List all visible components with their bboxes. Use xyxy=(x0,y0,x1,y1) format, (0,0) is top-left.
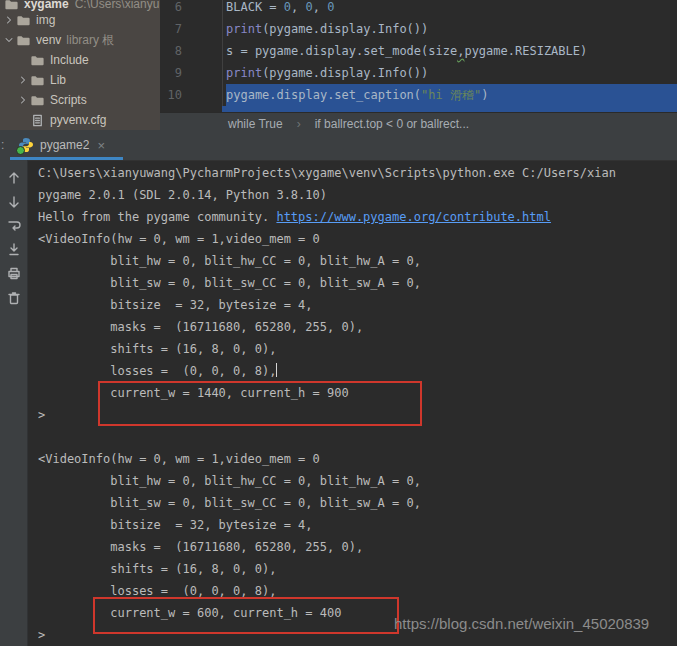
console-line: blit_sw = 0, blit_sw_CC = 0, blit_sw_A =… xyxy=(38,492,677,514)
print-icon[interactable] xyxy=(6,266,22,282)
line-number: 6 xyxy=(160,0,182,14)
code-line-6[interactable]: 6BLACK = 0, 0, 0 xyxy=(160,0,677,18)
code-text: print(pygame.display.Info()) xyxy=(226,18,428,40)
code-line-10[interactable]: 10pygame.display.set_caption("hi 滑稽") xyxy=(160,84,677,106)
line-number: 10 xyxy=(160,88,182,102)
line-number: 8 xyxy=(160,44,182,58)
console-line: C:\Users\xianyuwang\PycharmProjects\xyga… xyxy=(38,162,677,184)
up-arrow-icon[interactable] xyxy=(6,170,22,186)
sidebar-item-scripts[interactable]: Scripts xyxy=(0,90,160,110)
tree-spacer xyxy=(16,113,30,127)
tree-item-label: Scripts xyxy=(50,93,87,107)
breadcrumb-separator-icon: › xyxy=(297,117,301,131)
sidebar-item-venv[interactable]: venvlibrary 根 xyxy=(0,30,160,50)
tab-title: pygame2 xyxy=(40,138,89,152)
breadcrumb-item[interactable]: if ballrect.top < 0 or ballrect... xyxy=(315,117,469,131)
run-toolwindow-tabbar: : pygame2 × xyxy=(0,130,677,161)
console-line: <VideoInfo(hw = 0, wm = 1,video_mem = 0 xyxy=(38,228,677,250)
code-text: pygame.display.set_caption("hi 滑稽") xyxy=(226,84,488,106)
breadcrumb-item[interactable]: while True xyxy=(228,117,283,131)
console-line: bitsize = 32, bytesize = 4, xyxy=(38,514,677,536)
folder-icon xyxy=(16,32,32,48)
scroll-to-end-icon[interactable] xyxy=(6,242,22,258)
code-line-9[interactable]: 9print(pygame.display.Info()) xyxy=(160,62,677,84)
tree-item-label: Lib xyxy=(50,73,66,87)
tree-item-label: Include xyxy=(50,53,89,67)
tab-close-icon[interactable]: × xyxy=(97,138,105,153)
tree-item-label: img xyxy=(36,13,55,27)
console-line: losses = (0, 0, 0, 8), xyxy=(38,360,677,382)
console-line: losses = (0, 0, 0, 8), xyxy=(38,580,677,602)
console-link[interactable]: https://www.pygame.org/contribute.html xyxy=(276,210,551,224)
tree-item-suffix: library 根 xyxy=(66,32,114,49)
tree-spacer xyxy=(16,53,30,67)
chevron-right-icon[interactable] xyxy=(16,93,30,107)
project-tree-panel[interactable]: xygame C:\Users\xianyu imgvenvlibrary 根I… xyxy=(0,0,160,130)
console-toolbar xyxy=(0,160,28,646)
code-text: print(pygame.display.Info()) xyxy=(226,62,428,84)
clear-trash-icon[interactable] xyxy=(6,290,22,306)
console-line: masks = (16711680, 65280, 255, 0), xyxy=(38,316,677,338)
code-text: BLACK = 0, 0, 0 xyxy=(226,0,334,18)
console-line: blit_sw = 0, blit_sw_CC = 0, blit_sw_A =… xyxy=(38,272,677,294)
sidebar-item-img[interactable]: img xyxy=(0,10,160,30)
config-file-icon xyxy=(30,112,46,128)
code-line-8[interactable]: 8s = pygame.display.set_mode(size,pygame… xyxy=(160,40,677,62)
code-editor[interactable]: 6BLACK = 0, 0, 07print(pygame.display.In… xyxy=(160,0,677,112)
chevron-down-icon[interactable] xyxy=(2,33,16,47)
console-line: masks = (16711680, 65280, 255, 0), xyxy=(38,536,677,558)
console-line xyxy=(38,426,677,448)
console-line: blit_hw = 0, blit_hw_CC = 0, blit_hw_A =… xyxy=(38,470,677,492)
tab-pygame2[interactable]: pygame2 × xyxy=(12,130,111,160)
folder-icon xyxy=(30,92,46,108)
console-line: Hello from the pygame community. https:/… xyxy=(38,206,677,228)
console-line: pygame 2.0.1 (SDL 2.0.14, Python 3.8.10) xyxy=(38,184,677,206)
console-line: shifts = (16, 8, 0, 0), xyxy=(38,338,677,360)
chevron-right-icon[interactable] xyxy=(2,13,16,27)
python-run-icon xyxy=(18,137,34,153)
console-output[interactable]: C:\Users\xianyuwang\PycharmProjects\xyga… xyxy=(38,162,677,646)
folder-icon xyxy=(30,52,46,68)
line-number: 9 xyxy=(160,66,182,80)
tree-item-label: venv xyxy=(36,33,61,47)
folder-icon xyxy=(16,12,32,28)
console-line: > xyxy=(38,404,677,426)
console-line: shifts = (16, 8, 0, 0), xyxy=(38,558,677,580)
toolwindow-label-fragment: : xyxy=(1,138,4,152)
line-number: 7 xyxy=(160,22,182,36)
sidebar-item-include[interactable]: Include xyxy=(0,50,160,70)
console-line: bitsize = 32, bytesize = 4, xyxy=(38,294,677,316)
selection-fill xyxy=(488,84,677,106)
console-line: current_w = 1440, current_h = 900 xyxy=(38,382,677,404)
chevron-right-icon[interactable] xyxy=(16,73,30,87)
folder-icon xyxy=(30,72,46,88)
console-line: <VideoInfo(hw = 0, wm = 1,video_mem = 0 xyxy=(38,448,677,470)
sidebar-item-pyvenv-cfg[interactable]: pyvenv.cfg xyxy=(0,110,160,130)
console-line: blit_hw = 0, blit_hw_CC = 0, blit_hw_A =… xyxy=(38,250,677,272)
text-caret xyxy=(276,363,277,377)
pycharm-window: xygame C:\Users\xianyu imgvenvlibrary 根I… xyxy=(0,0,677,646)
soft-wrap-icon[interactable] xyxy=(6,218,22,234)
tree-item-label: pyvenv.cfg xyxy=(50,113,106,127)
code-text: s = pygame.display.set_mode(size,pygame.… xyxy=(226,40,587,62)
code-line-7[interactable]: 7print(pygame.display.Info()) xyxy=(160,18,677,40)
watermark-text: https://blog.csdn.net/weixin_45020839 xyxy=(394,615,649,632)
sidebar-item-lib[interactable]: Lib xyxy=(0,70,160,90)
down-arrow-icon[interactable] xyxy=(6,194,22,210)
running-indicator-dot xyxy=(16,146,25,155)
